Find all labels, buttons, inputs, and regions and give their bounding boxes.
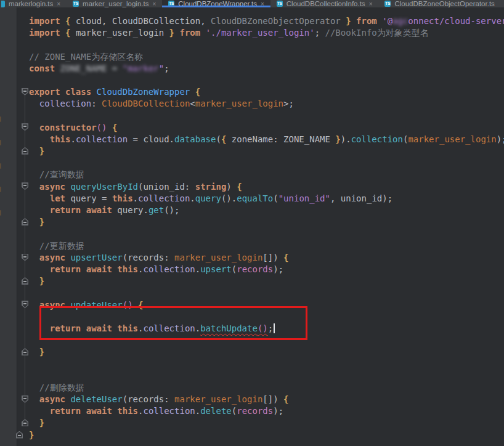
gutter-change-mark bbox=[0, 210, 1, 216]
tab-label: CloudDBZoneObjectOperator.ts bbox=[394, 0, 494, 7]
tab-markerlogin.ts[interactable]: markerlogin.ts× bbox=[0, 0, 67, 7]
tab-CloudDBZoneObjectOperator.ts[interactable]: TSCloudDBZoneObjectOperator.ts bbox=[378, 0, 500, 7]
code-line[interactable]: async deleteUser(records: marker_user_lo… bbox=[29, 394, 504, 405]
tab-CloudDBZoneWrapper.ts[interactable]: TSCloudDBZoneWrapper.ts× bbox=[162, 0, 270, 7]
code-area[interactable]: import { cloud, CloudDBCollection, Cloud… bbox=[29, 15, 504, 441]
code-line[interactable] bbox=[29, 287, 504, 299]
code-line[interactable]: } bbox=[29, 346, 504, 358]
fold-region-start-icon[interactable] bbox=[22, 301, 28, 308]
gutter-change-mark bbox=[0, 187, 1, 192]
tab-close-icon[interactable]: × bbox=[152, 1, 156, 7]
typescript-file-icon: TS bbox=[73, 1, 79, 7]
fold-region-end-icon[interactable] bbox=[22, 218, 28, 225]
tab-label: marker_user_login.ts bbox=[83, 0, 148, 7]
tab-label: markerlogin.ts bbox=[9, 0, 53, 7]
code-line[interactable]: } bbox=[29, 216, 504, 228]
editor-pane[interactable]: import { cloud, CloudDBCollection, Cloud… bbox=[0, 7, 504, 446]
code-line[interactable]: // ZONE_NAME为存储区名称 bbox=[29, 51, 504, 63]
fold-region-end-icon[interactable] bbox=[22, 147, 28, 155]
editor-tab-bar: markerlogin.ts×TSmarker_user_login.ts×TS… bbox=[0, 0, 504, 7]
code-line[interactable]: async queryUserById(union_id: string) { bbox=[29, 181, 504, 193]
tab-label: CloudDBZoneWrapper.ts bbox=[178, 0, 257, 7]
fold-region-start-icon[interactable] bbox=[22, 88, 28, 95]
tab-CloudDBCollectionInfo.ts[interactable]: TSCloudDBCollectionInfo.ts× bbox=[270, 0, 379, 7]
typescript-file-icon: TS bbox=[384, 1, 391, 7]
fold-region-start-icon[interactable] bbox=[22, 395, 28, 403]
code-line[interactable] bbox=[29, 157, 504, 169]
fold-region-end-icon[interactable] bbox=[22, 277, 28, 285]
code-line[interactable]: constructor() { bbox=[29, 122, 504, 134]
gutter-change-mark bbox=[0, 163, 1, 169]
text-caret bbox=[274, 323, 275, 333]
fold-region-end-icon[interactable] bbox=[22, 348, 28, 355]
code-line[interactable] bbox=[29, 370, 504, 382]
fold-region-start-icon[interactable] bbox=[22, 123, 28, 131]
gutter-change-mark bbox=[0, 116, 1, 122]
code-line[interactable]: import { marker_user_login } from './mar… bbox=[29, 27, 504, 39]
code-line[interactable]: export class CloudDbZoneWrapper { bbox=[29, 86, 504, 98]
code-line[interactable]: } bbox=[29, 145, 504, 157]
code-line[interactable]: //更新数据 bbox=[29, 240, 504, 252]
gutter-change-mark bbox=[0, 140, 1, 145]
tab-close-icon[interactable]: × bbox=[369, 1, 373, 7]
code-line[interactable] bbox=[29, 75, 504, 86]
code-line[interactable]: return await this.collection.delete(reco… bbox=[29, 405, 504, 417]
code-line[interactable] bbox=[29, 334, 504, 346]
code-line[interactable]: return await this.collection.batchUpdate… bbox=[29, 323, 504, 334]
code-line[interactable]: } bbox=[29, 417, 504, 429]
code-line[interactable] bbox=[29, 228, 504, 240]
code-line[interactable] bbox=[29, 358, 504, 370]
fold-region-start-icon[interactable] bbox=[22, 254, 28, 261]
code-line[interactable]: return await query.get(); bbox=[29, 205, 504, 216]
code-line[interactable]: import { cloud, CloudDBCollection, Cloud… bbox=[29, 15, 504, 27]
code-line[interactable]: //删除数据 bbox=[29, 382, 504, 394]
fold-region-start-icon[interactable] bbox=[22, 182, 28, 190]
code-line[interactable]: async upsertUser(records: marker_user_lo… bbox=[29, 252, 504, 264]
code-line[interactable] bbox=[29, 311, 504, 323]
code-line[interactable]: //查询数据 bbox=[29, 169, 504, 180]
code-line[interactable]: async updateUser() { bbox=[29, 299, 504, 311]
typescript-file-icon: TS bbox=[277, 1, 283, 7]
code-line[interactable] bbox=[29, 39, 504, 51]
code-line[interactable] bbox=[29, 110, 504, 122]
code-line[interactable]: this.collection = cloud.database({ zoneN… bbox=[29, 134, 504, 145]
code-line[interactable]: const ZONE_NAME = "marker"; bbox=[29, 63, 504, 75]
fold-region-end-icon[interactable] bbox=[16, 431, 23, 439]
code-line[interactable]: } bbox=[29, 429, 504, 441]
tab-label: CloudDBCollectionInfo.ts bbox=[287, 0, 365, 7]
tab-close-icon[interactable]: × bbox=[261, 1, 264, 7]
tab-close-icon[interactable]: × bbox=[57, 1, 60, 7]
code-line[interactable]: collection: CloudDBCollection<marker_use… bbox=[29, 98, 504, 110]
tab-marker_user_login.ts[interactable]: TSmarker_user_login.ts× bbox=[67, 0, 162, 7]
typescript-file-icon bbox=[1, 1, 5, 7]
code-line[interactable]: let query = this.collection.query().equa… bbox=[29, 193, 504, 205]
code-line[interactable]: return await this.collection.upsert(reco… bbox=[29, 264, 504, 275]
typescript-file-icon: TS bbox=[168, 1, 174, 7]
editor-gutter bbox=[0, 7, 17, 446]
code-line[interactable]: } bbox=[29, 275, 504, 287]
fold-region-end-icon[interactable] bbox=[22, 419, 28, 426]
